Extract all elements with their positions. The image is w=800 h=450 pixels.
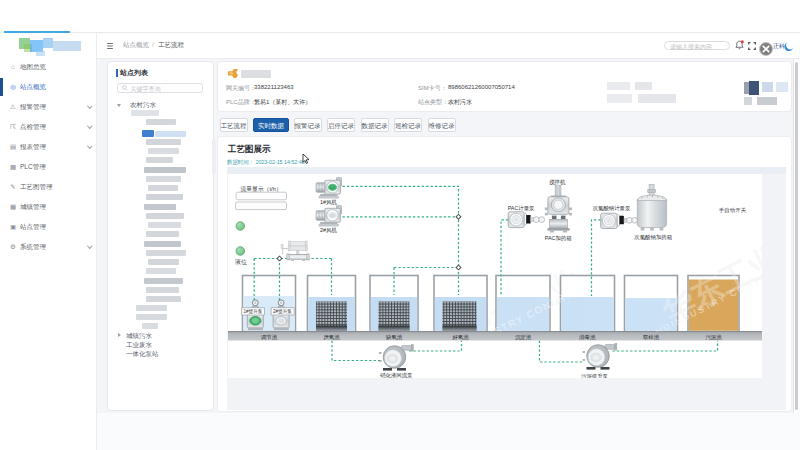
svg-text:污泥提升泵: 污泥提升泵 (581, 373, 609, 378)
svg-text:污泥池: 污泥池 (705, 334, 722, 341)
svg-text:好氧池: 好氧池 (452, 334, 469, 341)
svg-text:消毒池: 消毒池 (579, 334, 596, 341)
svg-text:缺氧池: 缺氧池 (385, 334, 402, 341)
svg-text:次氯酸钠计量泵: 次氯酸钠计量泵 (592, 205, 630, 212)
svg-text:2#提升泵: 2#提升泵 (273, 308, 292, 315)
svg-text:液位: 液位 (235, 258, 247, 265)
svg-text:1#提升泵: 1#提升泵 (243, 308, 262, 315)
svg-text:次氯酸钠加药箱: 次氯酸钠加药箱 (634, 234, 672, 241)
svg-text:沉淀池: 沉淀池 (514, 334, 531, 341)
svg-text:流量显示（t/h）: 流量显示（t/h） (240, 185, 281, 193)
svg-text:取样池: 取样池 (642, 334, 659, 341)
svg-text:硝化液回流泵: 硝化液回流泵 (379, 372, 413, 378)
svg-text:PAC计量泵: PAC计量泵 (507, 205, 534, 211)
svg-text:1#风机: 1#风机 (320, 199, 337, 206)
svg-text:2#风机: 2#风机 (320, 227, 337, 234)
svg-text:搅拌机: 搅拌机 (549, 179, 566, 186)
svg-text:调节池: 调节池 (260, 334, 277, 341)
svg-text:手自动开关: 手自动开关 (718, 207, 746, 213)
svg-text:厌氧池: 厌氧池 (323, 334, 340, 341)
svg-text:PAC加药箱: PAC加药箱 (544, 235, 571, 242)
